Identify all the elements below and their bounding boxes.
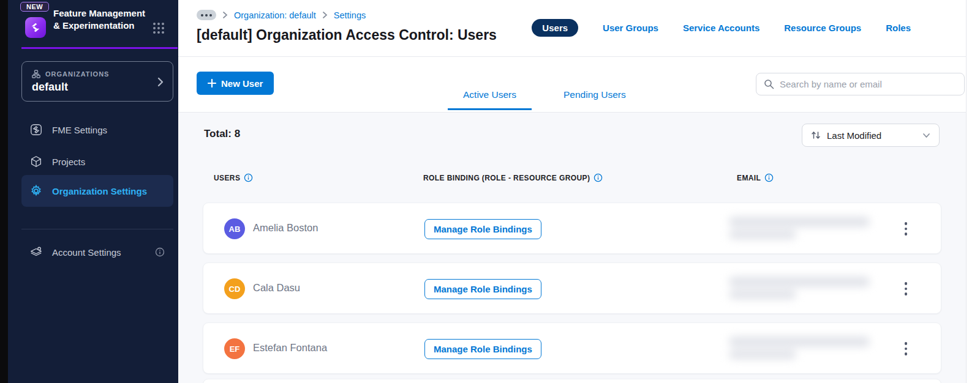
app-grid-icon[interactable] bbox=[153, 22, 165, 34]
window-edge-strip bbox=[0, 0, 8, 383]
sidebar-item-label: Organization Settings bbox=[52, 186, 147, 196]
user-name: Estefan Fontana bbox=[253, 342, 327, 354]
organization-selector-value: default bbox=[32, 81, 68, 94]
tab-users[interactable]: Users bbox=[532, 19, 578, 37]
tab-user-groups[interactable]: User Groups bbox=[603, 23, 658, 33]
avatar: CD bbox=[224, 278, 245, 299]
sidebar-divider bbox=[21, 229, 173, 229]
breadcrumb-link-settings[interactable]: Settings bbox=[334, 10, 366, 20]
sidebar-item-projects[interactable]: Projects bbox=[21, 149, 173, 174]
tab-pending-users[interactable]: Pending Users bbox=[557, 89, 632, 110]
new-user-button[interactable]: New User bbox=[197, 72, 274, 95]
info-icon[interactable] bbox=[155, 247, 165, 257]
email-redacted bbox=[723, 334, 876, 363]
search-box bbox=[756, 73, 965, 95]
sidebar: NEW Feature Management & Experimentation bbox=[8, 0, 178, 383]
sidebar-item-organization-settings[interactable]: Organization Settings bbox=[21, 175, 173, 207]
breadcrumb-ellipsis-icon[interactable] bbox=[197, 10, 216, 20]
sidebar-item-fme-settings[interactable]: FME Settings bbox=[21, 117, 173, 142]
sidebar-item-label: Account Settings bbox=[52, 247, 121, 258]
users-list-section: Total: 8 Last Modified USERS ROLE B bbox=[178, 113, 966, 383]
breadcrumb-link-organization[interactable]: Organization: default bbox=[234, 10, 316, 20]
user-row: CD Cala Dasu Manage Role Bindings bbox=[203, 262, 941, 314]
organization-selector-label: ORGANIZATIONS bbox=[45, 70, 109, 78]
kebab-menu-icon[interactable] bbox=[900, 278, 911, 299]
gear-icon bbox=[29, 184, 43, 198]
manage-role-bindings-button[interactable]: Manage Role Bindings bbox=[424, 279, 541, 299]
user-name: Amelia Boston bbox=[253, 222, 318, 234]
sidebar-item-label: Projects bbox=[52, 157, 85, 167]
page-title: [default] Organization Access Control: U… bbox=[197, 27, 497, 43]
search-icon bbox=[764, 79, 774, 89]
user-row-partial bbox=[203, 379, 941, 383]
manage-role-bindings-button[interactable]: Manage Role Bindings bbox=[424, 219, 541, 239]
avatar: AB bbox=[224, 218, 245, 239]
product-logo-icon[interactable] bbox=[25, 17, 46, 38]
product-title: Feature Management & Experimentation bbox=[53, 7, 153, 32]
split-outline-icon bbox=[29, 123, 43, 136]
manage-role-bindings-button[interactable]: Manage Role Bindings bbox=[424, 339, 541, 359]
kebab-menu-icon[interactable] bbox=[900, 338, 911, 359]
tab-service-accounts[interactable]: Service Accounts bbox=[683, 23, 760, 33]
column-header-role-binding: ROLE BINDING (ROLE - RESOURCE GROUP) bbox=[423, 173, 603, 182]
user-name: Cala Dasu bbox=[253, 282, 300, 294]
user-row: EF Estefan Fontana Manage Role Bindings bbox=[203, 322, 941, 374]
cube-icon bbox=[29, 155, 43, 168]
sidebar-item-label: FME Settings bbox=[52, 125, 107, 135]
plus-icon bbox=[208, 79, 216, 87]
info-icon[interactable] bbox=[764, 173, 774, 182]
tab-active-users[interactable]: Active Users bbox=[457, 89, 522, 110]
organization-icon bbox=[32, 70, 40, 78]
avatar: EF bbox=[224, 338, 245, 359]
breadcrumb: Organization: default Settings bbox=[197, 10, 366, 20]
column-header-email: EMAIL bbox=[737, 173, 774, 182]
email-redacted bbox=[723, 274, 876, 303]
user-row: AB Amelia Boston Manage Role Bindings bbox=[203, 203, 941, 254]
total-count: Total: 8 bbox=[204, 128, 240, 140]
accent-divider bbox=[21, 47, 178, 49]
organization-selector[interactable]: ORGANIZATIONS default bbox=[21, 61, 173, 102]
sort-value: Last Modified bbox=[827, 130, 916, 141]
tab-roles[interactable]: Roles bbox=[886, 23, 911, 33]
search-input[interactable] bbox=[780, 79, 957, 89]
main-pane: Organization: default Settings [default]… bbox=[178, 0, 967, 383]
chevron-right-icon bbox=[222, 11, 228, 19]
header-divider bbox=[178, 56, 967, 57]
tab-resource-groups[interactable]: Resource Groups bbox=[784, 23, 861, 33]
layers-gear-icon bbox=[29, 245, 43, 259]
column-header-users: USERS bbox=[214, 173, 253, 182]
user-list-tabs: Active Users Pending Users bbox=[457, 89, 632, 110]
email-redacted bbox=[723, 214, 876, 244]
chevron-right-icon bbox=[157, 76, 164, 87]
kebab-menu-icon[interactable] bbox=[900, 218, 911, 239]
info-icon[interactable] bbox=[244, 173, 253, 182]
new-badge: NEW bbox=[20, 2, 49, 12]
chevron-down-icon bbox=[922, 133, 930, 138]
right-gutter bbox=[967, 0, 980, 383]
info-icon[interactable] bbox=[594, 173, 603, 182]
chevron-right-icon bbox=[322, 11, 328, 19]
sort-icon bbox=[811, 130, 821, 140]
sort-dropdown[interactable]: Last Modified bbox=[802, 124, 940, 147]
sidebar-item-account-settings[interactable]: Account Settings bbox=[21, 240, 173, 264]
access-control-tabs: Users User Groups Service Accounts Resou… bbox=[532, 19, 911, 37]
